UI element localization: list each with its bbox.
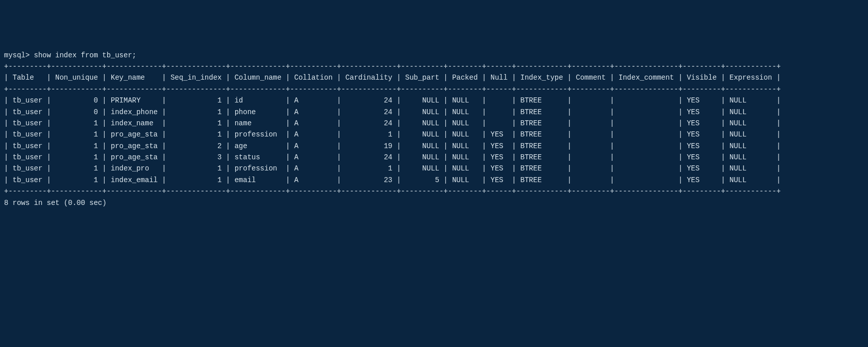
terminal-output: mysql> show index from tb_user; +-------… (4, 50, 864, 209)
